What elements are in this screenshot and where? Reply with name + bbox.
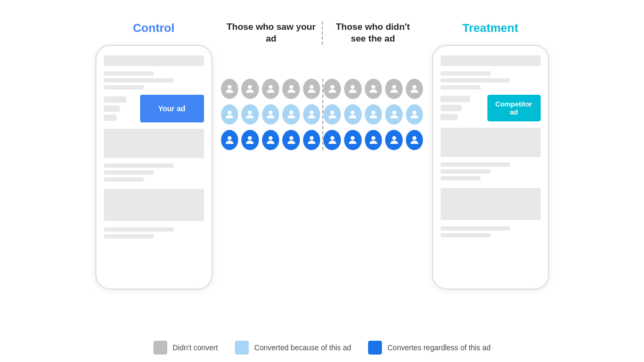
middle-section: Those who saw your ad Those who didn't s… <box>221 21 423 150</box>
phone-bar-big <box>104 129 204 158</box>
t-phone-bar-2 <box>441 71 491 76</box>
svg-point-18 <box>392 111 396 114</box>
person-db-6 <box>323 130 341 150</box>
svg-point-5 <box>330 85 334 89</box>
t-phone-small-group-1 <box>441 71 541 89</box>
treatment-phone: Competitor ad <box>432 45 549 290</box>
legend-item-2: Converted because of this ad <box>235 341 351 355</box>
person-lb-9 <box>385 104 403 125</box>
competitor-ad-label: Competitor ad <box>492 100 536 116</box>
t-phone-bar-5 <box>441 96 470 102</box>
svg-point-28 <box>392 136 396 140</box>
person-db-2 <box>241 130 259 150</box>
treatment-title: Treatment <box>462 21 518 35</box>
control-section: Control Your ad <box>95 21 213 290</box>
your-ad-block: Your ad <box>140 95 204 122</box>
svg-point-9 <box>412 85 416 89</box>
t-phone-bar-8 <box>441 162 511 167</box>
people-wrapper <box>221 79 423 150</box>
t-phone-bar-6 <box>441 105 462 111</box>
t-phone-bar-10 <box>441 176 480 180</box>
person-db-10 <box>406 130 423 150</box>
phone-bar-10 <box>104 177 144 182</box>
legend: Didn't convert Converted because of this… <box>153 341 491 355</box>
treatment-section: Treatment Competitor ad <box>432 21 549 290</box>
svg-point-10 <box>227 111 231 114</box>
phone-bar-3 <box>104 78 174 83</box>
phone-bar-rect <box>104 189 204 221</box>
legend-swatch-darkblue <box>368 341 382 355</box>
person-grey-6 <box>323 79 341 99</box>
person-grey-9 <box>385 79 403 99</box>
person-lb-10 <box>406 104 423 125</box>
t-phone-bar-4 <box>441 85 480 89</box>
phone-bar-6 <box>104 105 120 112</box>
phone-bar-12 <box>104 234 154 238</box>
t-phone-col-bars-1 <box>441 96 483 120</box>
t-phone-bar-7 <box>441 114 458 120</box>
svg-point-19 <box>412 111 416 114</box>
t-phone-ad-row: Competitor ad <box>441 95 541 121</box>
svg-point-16 <box>351 111 355 114</box>
person-lb-3 <box>262 104 280 125</box>
person-lb-5 <box>303 104 321 125</box>
phone-bar-4 <box>104 85 144 89</box>
control-phone: Your ad <box>95 45 213 290</box>
svg-point-26 <box>351 136 355 140</box>
competitor-ad-block: Competitor ad <box>487 95 541 121</box>
person-grey-8 <box>365 79 382 99</box>
person-db-4 <box>282 130 300 150</box>
legend-label-2: Converted because of this ad <box>254 343 351 352</box>
svg-point-7 <box>371 85 375 89</box>
legend-item-1: Didn't convert <box>153 341 218 355</box>
svg-point-23 <box>289 136 293 140</box>
svg-point-22 <box>268 136 272 140</box>
person-grey-2 <box>241 79 259 99</box>
phone-ad-row: Your ad <box>104 95 204 122</box>
content-area: Control Your ad <box>0 0 644 335</box>
svg-point-2 <box>268 85 272 89</box>
phone-bar-11 <box>104 227 174 232</box>
phone-bar-9 <box>104 170 154 175</box>
svg-point-25 <box>330 136 334 140</box>
t-phone-bar-1 <box>441 55 541 66</box>
svg-point-0 <box>227 85 231 89</box>
legend-label-3: Convertes regardless of this ad <box>387 343 491 352</box>
svg-point-20 <box>227 136 231 140</box>
svg-point-13 <box>289 111 293 114</box>
legend-label-1: Didn't convert <box>173 343 218 352</box>
svg-point-29 <box>412 136 416 140</box>
person-grey-7 <box>344 79 362 99</box>
t-phone-small-group-3 <box>441 226 541 237</box>
svg-point-15 <box>330 111 334 114</box>
svg-point-12 <box>268 111 272 114</box>
person-db-3 <box>262 130 280 150</box>
person-grey-5 <box>303 79 321 99</box>
phone-bar-2 <box>104 71 154 76</box>
phone-bar-8 <box>104 163 174 168</box>
control-title: Control <box>133 21 174 35</box>
svg-point-27 <box>371 136 375 140</box>
svg-point-24 <box>310 136 314 140</box>
phone-bar-5 <box>104 96 126 103</box>
person-lb-1 <box>221 104 239 125</box>
legend-swatch-grey <box>153 341 167 355</box>
person-db-5 <box>303 130 321 150</box>
person-lb-4 <box>282 104 300 125</box>
person-lb-8 <box>365 104 382 125</box>
phone-bar-1 <box>104 55 204 66</box>
t-phone-bar-12 <box>441 233 491 237</box>
person-grey-10 <box>406 79 423 99</box>
svg-point-11 <box>248 111 252 114</box>
legend-item-3: Convertes regardless of this ad <box>368 341 491 355</box>
phone-small-group-2 <box>104 163 204 182</box>
person-db-8 <box>365 130 382 150</box>
t-phone-small-group-2 <box>441 162 541 180</box>
person-lb-2 <box>241 104 259 125</box>
main-container: Control Your ad <box>0 0 644 362</box>
person-grey-4 <box>282 79 300 99</box>
t-phone-bar-11 <box>441 226 511 231</box>
t-phone-bar-big <box>441 128 541 157</box>
phone-small-group-1 <box>104 71 204 89</box>
svg-point-1 <box>248 85 252 89</box>
